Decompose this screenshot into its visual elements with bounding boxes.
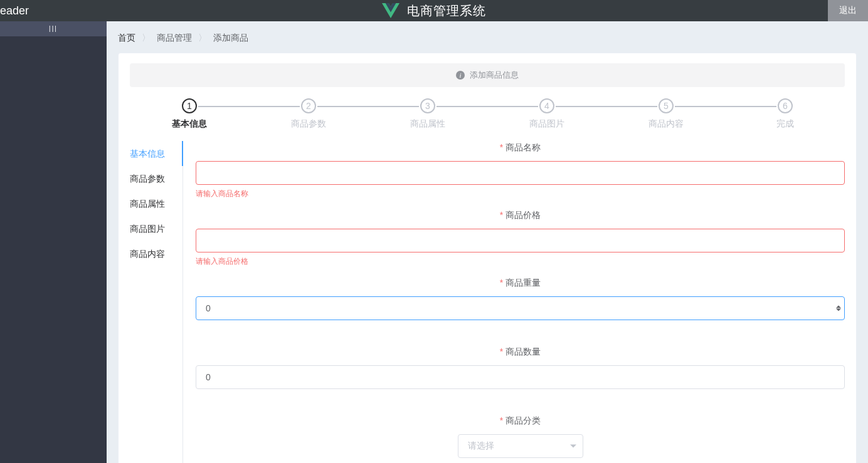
logout-button[interactable]: 退出 [828, 0, 868, 21]
required-mark: * [500, 346, 503, 356]
step-label: 基本信息 [130, 118, 249, 130]
step-label: 商品图片 [487, 118, 606, 130]
step-goods-attrs: 3 商品属性 [368, 98, 487, 130]
info-alert: i 添加商品信息 [130, 63, 845, 87]
form: *商品名称 请输入商品名称 *商品价格 请输入商品价格 [183, 141, 845, 463]
breadcrumb-home[interactable]: 首页 [118, 33, 135, 44]
step-label: 商品参数 [249, 118, 368, 130]
step-label: 完成 [726, 118, 845, 130]
sidebar: ||| [0, 21, 107, 463]
goods-name-input[interactable] [196, 161, 845, 185]
goods-qty-input[interactable] [196, 365, 845, 389]
spinner-up-icon[interactable] [836, 306, 841, 308]
step-goods-params: 2 商品参数 [249, 98, 368, 130]
step-number: 5 [659, 98, 674, 113]
spinner-down-icon[interactable] [836, 309, 841, 311]
number-spinner[interactable] [836, 306, 841, 311]
app-title: 电商管理系统 [407, 3, 486, 19]
required-mark: * [500, 142, 503, 152]
sidebar-collapse-toggle[interactable]: ||| [0, 21, 107, 36]
chevron-right-icon: 〉 [198, 33, 207, 44]
breadcrumb-goods[interactable]: 商品管理 [157, 33, 192, 44]
goods-weight-input[interactable] [196, 296, 845, 320]
vue-logo-icon [382, 2, 400, 19]
content-card: i 添加商品信息 1 基本信息 2 商品参数 3 商品属性 [118, 53, 857, 463]
goods-name-label: *商品名称 [196, 141, 845, 153]
cascader-placeholder: 请选择 [468, 440, 494, 452]
chevron-down-icon [570, 445, 576, 448]
chevron-right-icon: 〉 [142, 33, 151, 44]
required-mark: * [500, 415, 503, 425]
required-mark: * [500, 210, 503, 220]
tab-basic-info[interactable]: 基本信息 [130, 141, 183, 166]
progress-steps: 1 基本信息 2 商品参数 3 商品属性 4 商品图片 [130, 98, 845, 130]
tab-goods-content[interactable]: 商品内容 [130, 241, 183, 266]
tab-goods-images[interactable]: 商品图片 [130, 216, 183, 241]
goods-price-label: *商品价格 [196, 209, 845, 221]
step-finish: 6 完成 [726, 98, 845, 130]
step-basic-info: 1 基本信息 [130, 98, 249, 130]
goods-name-error: 请输入商品名称 [196, 187, 845, 197]
goods-weight-label: *商品重量 [196, 276, 845, 289]
goods-price-input[interactable] [196, 229, 845, 252]
goods-qty-label: *商品数量 [196, 345, 845, 358]
tab-goods-params[interactable]: 商品参数 [130, 166, 183, 191]
step-number: 6 [778, 98, 793, 113]
step-label: 商品属性 [368, 118, 487, 130]
vertical-tabs: 基本信息 商品参数 商品属性 商品图片 商品内容 [130, 141, 183, 463]
step-number: 3 [420, 98, 435, 113]
header-center: 电商管理系统 [382, 2, 486, 19]
header-left-text: eader [0, 4, 29, 18]
goods-category-cascader[interactable]: 请选择 [458, 434, 583, 458]
main-content: 首页 〉 商品管理 〉 添加商品 i 添加商品信息 1 基本信息 2 商品参 [107, 21, 868, 463]
breadcrumb-add: 添加商品 [213, 33, 248, 44]
app-header: eader 电商管理系统 退出 [0, 0, 868, 21]
required-mark: * [500, 278, 503, 288]
step-number: 1 [182, 98, 197, 113]
step-goods-images: 4 商品图片 [487, 98, 606, 130]
info-icon: i [456, 71, 465, 80]
goods-category-label: *商品分类 [196, 414, 845, 427]
step-number: 2 [301, 98, 316, 113]
step-goods-content: 5 商品内容 [606, 98, 726, 130]
breadcrumb: 首页 〉 商品管理 〉 添加商品 [118, 33, 857, 44]
step-number: 4 [539, 98, 554, 113]
step-label: 商品内容 [606, 118, 726, 130]
tab-goods-attrs[interactable]: 商品属性 [130, 191, 183, 216]
alert-text: 添加商品信息 [470, 70, 519, 81]
goods-price-error: 请输入商品价格 [196, 255, 845, 265]
